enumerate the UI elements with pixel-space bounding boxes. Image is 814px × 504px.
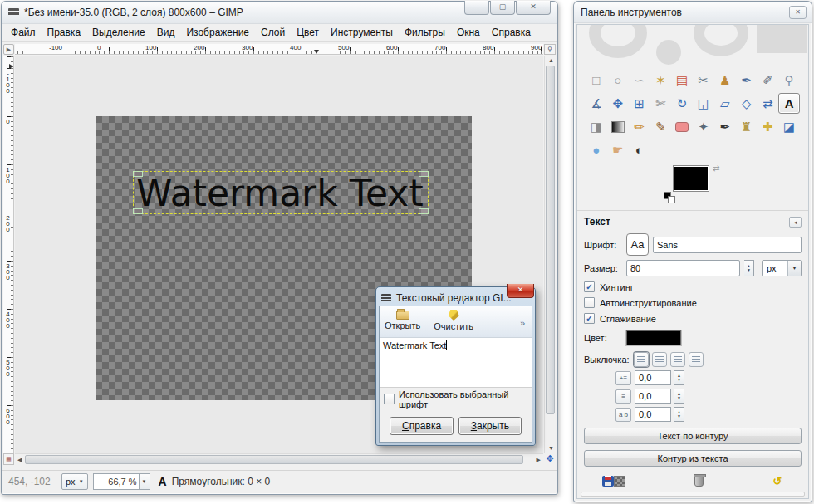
zoom-tool[interactable]: ⚲ [778,70,800,91]
antialias-checkbox[interactable]: ✓ [584,313,595,324]
menu-правка[interactable]: Правка [42,25,87,40]
bucket-fill-tool[interactable]: ◨ [586,116,607,137]
text-along-path-button[interactable]: Текст по контуру [584,428,802,444]
select-by-color-tool[interactable]: ▤ [671,70,693,91]
menu-цвет[interactable]: Цвет [291,25,325,40]
indent-field[interactable]: 0,0 [635,370,671,385]
toolbox-titlebar[interactable]: Панель инструментов [574,2,812,23]
collapse-options-button[interactable]: ◂ [789,217,802,228]
fuzzy-select-tool[interactable]: ✶ [650,70,671,91]
layer-handle[interactable] [419,171,429,177]
menu-изображение[interactable]: Изображение [180,25,255,40]
letter-spacing-field-spinner[interactable]: ▲▼ [674,407,684,422]
text-layer-boundary[interactable]: Watermark Text [133,171,429,214]
measure-tool[interactable]: ∡ [586,93,607,114]
open-button[interactable]: Открыть [385,309,420,330]
line-spacing-field-spinner[interactable]: ▲▼ [674,389,684,404]
zoom-dropdown-button[interactable]: ▼ [140,473,150,490]
layer-handle[interactable] [133,171,143,177]
pencil-tool[interactable]: ✏ [629,116,650,137]
use-selected-font-label[interactable]: Использовать выбранный шрифт [399,389,527,409]
text-color-button[interactable] [626,330,681,345]
vertical-scrollbar[interactable]: ▲ ▼ [544,56,556,453]
font-picker-button[interactable]: Aa [626,233,649,256]
layer-handle[interactable] [419,208,429,214]
panel-resize-strip[interactable] [581,492,805,497]
ruler-corner-button[interactable]: ▶ [3,44,14,55]
foreground-color-swatch[interactable] [674,166,709,191]
scroll-left-icon[interactable]: ◀ [17,457,22,463]
menu-инструменты[interactable]: Инструменты [325,25,399,40]
horizontal-scrollbar[interactable]: ◀ ▶ [15,453,543,465]
ink-tool[interactable]: ✒ [714,116,736,137]
delete-options-icon[interactable] [694,476,704,487]
scroll-right-icon[interactable]: ▶ [537,457,541,463]
foreground-select-tool[interactable]: ♟ [714,70,736,91]
menu-выделение[interactable]: Выделение [86,25,151,40]
indent-field-spinner[interactable]: ▲▼ [674,370,684,385]
main-titlebar[interactable]: *Без имени-35.0 (RGB, 2 слоя) 800x600 – … [2,2,557,24]
align-tool[interactable]: ⊞ [629,93,650,114]
size-input[interactable]: 80 [626,260,740,276]
letter-spacing-field[interactable]: 0,0 [635,407,671,422]
zoom-level-field[interactable]: 66,7 % [93,473,140,490]
move-tool[interactable]: ✥ [607,93,629,114]
heal-tool[interactable]: ✚ [757,116,778,137]
menu-вид[interactable]: Вид [151,25,181,40]
line-spacing-field[interactable]: 0,0 [635,389,671,404]
rotate-tool[interactable]: ↻ [671,93,693,114]
scale-tool[interactable]: ◱ [693,93,714,114]
help-button[interactable]: Справка [390,417,454,435]
menu-слой[interactable]: Слой [255,25,291,40]
eraser-tool[interactable] [671,116,693,137]
menu-окна[interactable]: Окна [451,25,486,40]
swap-colors-icon[interactable]: ⇄ [713,164,719,173]
free-select-tool[interactable]: ∽ [629,70,650,91]
flip-tool[interactable]: ⇄ [757,93,778,114]
smudge-tool[interactable]: ☛ [607,139,629,160]
scroll-down-icon[interactable]: ▼ [548,445,554,451]
menu-фильтры[interactable]: Фильтры [399,25,451,40]
toolbox-close-button[interactable]: ✕ [789,6,807,19]
horizontal-ruler[interactable]: -1000100200300400500600700800900 [15,44,543,55]
path-from-text-button[interactable]: Контур из текста [584,450,802,467]
airbrush-tool[interactable]: ✦ [693,116,714,137]
menu-файл[interactable]: Файл [5,25,42,40]
default-colors-icon[interactable] [664,192,677,203]
justify-center-button[interactable] [670,352,685,367]
text-tool[interactable]: A [778,93,800,114]
gradient-tool[interactable] [607,116,629,137]
crop-tool[interactable]: ✄ [650,93,671,114]
restore-options-icon[interactable] [614,476,625,487]
layer-handle[interactable] [133,208,143,214]
paintbrush-tool[interactable]: ✎ [650,116,671,137]
perspective-clone-tool[interactable]: ◪ [778,116,800,137]
ellipse-select-tool[interactable]: ○ [607,70,629,91]
scroll-up-icon[interactable]: ▲ [548,57,554,63]
blur-sharpen-tool[interactable]: ● [586,139,607,160]
perspective-tool[interactable]: ◇ [736,93,758,114]
vertical-scrollbar-thumb[interactable] [546,66,555,414]
color-picker-tool[interactable]: ✐ [757,70,778,91]
save-options-icon[interactable] [602,476,614,487]
horizontal-scrollbar-thumb[interactable] [25,455,523,464]
vertical-ruler[interactable]: -1000100200300400500600 [3,56,14,453]
hinting-checkbox[interactable]: ✓ [584,281,595,292]
use-selected-font-checkbox[interactable] [384,394,395,404]
autohint-checkbox[interactable] [584,297,595,308]
close-dialog-button[interactable]: Закрыть [458,417,522,435]
quick-mask-button[interactable]: ▦ [3,453,14,465]
font-name-input[interactable]: Sans [653,237,802,253]
menu-справка[interactable]: Справка [486,25,537,40]
justify-left-button[interactable] [634,352,649,367]
scissors-select-tool[interactable]: ✂ [693,70,714,91]
clone-tool[interactable]: ♜ [736,116,758,137]
unit-dropdown[interactable]: px ▼ [61,473,88,490]
clear-button[interactable]: Очистить [434,309,473,331]
size-spinner[interactable]: ▲▼ [744,260,754,276]
maximize-button[interactable]: ▢ [490,1,515,15]
rectangle-select-tool[interactable]: □ [586,70,607,91]
reset-options-icon[interactable]: ↺ [772,476,783,487]
size-unit-dropdown[interactable]: px ▼ [762,260,802,276]
shear-tool[interactable]: ▱ [714,93,736,114]
